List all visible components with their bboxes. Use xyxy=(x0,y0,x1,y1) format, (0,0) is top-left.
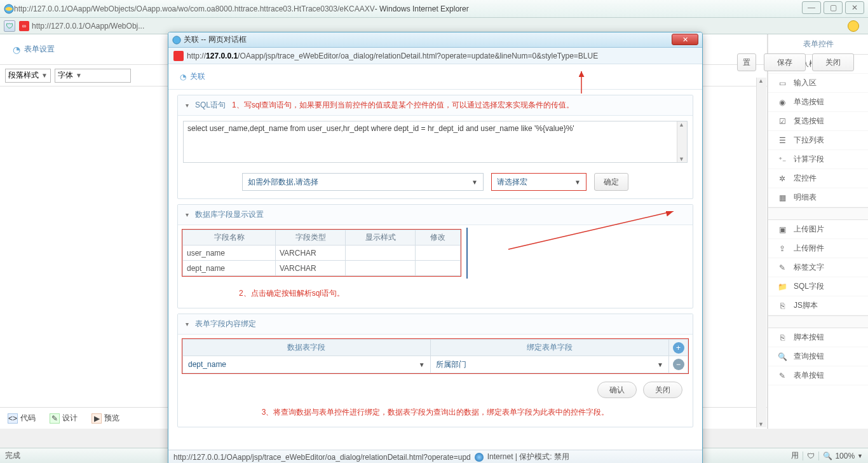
widget-item[interactable]: ⎘JS脚本 xyxy=(768,296,868,315)
db-field-panel-header[interactable]: ▾ 数据库字段显示设置 xyxy=(178,205,693,225)
window-maximize-button[interactable]: ▢ xyxy=(824,1,843,14)
widget-item[interactable]: ✎表单按钮 xyxy=(768,366,868,385)
chevron-right-icon: ◔ xyxy=(13,45,20,55)
col-modify: 修改 xyxy=(416,230,461,245)
save-button[interactable]: 保存 xyxy=(764,53,806,71)
widget-item[interactable]: ⇪上传附件 xyxy=(768,239,868,258)
col-data-field: 数据表字段 xyxy=(183,340,431,356)
widget-item[interactable]: ▦明细表 xyxy=(768,188,868,207)
widget-item[interactable]: 📁SQL字段 xyxy=(768,277,868,296)
editor-scrollbar[interactable]: ▲ ▼ xyxy=(756,78,766,427)
widget-label: JS脚本 xyxy=(794,300,818,311)
add-row-button[interactable]: + xyxy=(673,342,684,354)
smiley-icon[interactable] xyxy=(848,20,859,32)
widget-item[interactable]: ◉单选按钮 xyxy=(768,93,868,112)
widget-panel-title: 表单控件 xyxy=(768,34,868,55)
chevron-right-icon: ◔ xyxy=(180,73,186,81)
dialog-body: ◔ 关联 ▾ SQL语句 1、写sql查询语句，如果要用到当前控件的值或是某个控… xyxy=(168,64,702,450)
dialog-close-button-2[interactable]: 关闭 xyxy=(643,382,682,398)
external-data-select[interactable]: 如需外部数据,请选择▼ xyxy=(242,173,484,191)
widget-item[interactable]: ☰下拉列表 xyxy=(768,131,868,150)
table-row[interactable]: dept_nameVARCHAR xyxy=(183,261,461,276)
widget-item[interactable]: 🔍查询按钮 xyxy=(768,347,868,366)
relation-dialog: 关联 -- 网页对话框 ✕ http://127.0.0.1/OAapp/jsp… xyxy=(168,32,703,463)
dialog-title: 关联 -- 网页对话框 xyxy=(184,34,247,45)
bind-panel-header[interactable]: ▾ 表单字段内容绑定 xyxy=(178,314,693,335)
form-field-select[interactable]: 所属部门▼ xyxy=(431,356,668,373)
window-close-button[interactable]: ✕ xyxy=(845,1,864,14)
widget-label: 表单按钮 xyxy=(794,370,824,381)
widget-label: 宏控件 xyxy=(794,173,817,184)
zoom-control[interactable]: 🔍100%▼ xyxy=(823,452,863,460)
favicon-icon xyxy=(173,51,184,61)
widget-label: 输入区 xyxy=(794,78,817,88)
widget-item[interactable]: ☑复选按钮 xyxy=(768,112,868,131)
close-button[interactable]: 关闭 xyxy=(812,53,854,71)
dialog-action-row: 确认 关闭 xyxy=(178,378,693,402)
confirm-button[interactable]: 确认 xyxy=(597,382,637,398)
table-header-row: 数据表字段 绑定表单字段 + xyxy=(183,340,688,356)
paragraph-style-select[interactable]: 段落样式▼ xyxy=(5,69,51,83)
widget-item[interactable]: ✎标签文字 xyxy=(768,258,868,277)
editor-header-label: 表单设置 xyxy=(24,44,55,55)
col-form-field: 绑定表单字段 xyxy=(430,340,668,356)
widget-item[interactable]: ⎘脚本按钮 xyxy=(768,328,868,347)
triangle-down-icon: ▾ xyxy=(186,321,189,328)
widget-label: 查询按钮 xyxy=(794,351,824,362)
font-select[interactable]: 字体▼ xyxy=(55,69,131,83)
widget-label: 标签文字 xyxy=(794,262,824,273)
table-row[interactable]: user_nameVARCHAR xyxy=(183,245,461,261)
sql-scrollbar[interactable] xyxy=(677,121,687,162)
dialog-head-label: 关联 xyxy=(190,71,205,82)
widget-item[interactable]: ▭输入区 xyxy=(768,74,868,93)
widget-icon: ⎘ xyxy=(777,301,787,310)
sql-text: select user_name,dept_name from user_use… xyxy=(187,124,574,133)
macro-select[interactable]: 请选择宏▼ xyxy=(491,173,587,191)
widget-label: 复选按钮 xyxy=(794,116,824,127)
widget-label: 计算字段 xyxy=(794,154,824,165)
bind-panel-label: 表单字段内容绑定 xyxy=(195,319,256,329)
widget-icon: ☰ xyxy=(777,136,787,145)
dialog-status-url: http://127.0.0.1/OAapp/jsp/trace_eWebEdi… xyxy=(173,453,471,462)
ie-title-bar: http://127.0.0.1/OAapp/WebObjects/OAapp.… xyxy=(0,0,868,18)
preview-mode-button[interactable]: ▶预览 xyxy=(92,413,119,424)
bind-panel: ▾ 表单字段内容绑定 数据表字段 绑定表单字段 + dept_name▼ 所属部… xyxy=(177,314,693,427)
annotation-1: 1、写sql查询语句，如果要用到当前控件的值或是某个控件的值，可以通过选择宏来实… xyxy=(232,100,574,111)
widget-item[interactable]: ✲宏控件 xyxy=(768,169,868,188)
triangle-down-icon: ▾ xyxy=(186,102,189,109)
dialog-title-bar[interactable]: 关联 -- 网页对话框 ✕ xyxy=(168,32,702,48)
col-field-type: 字段类型 xyxy=(276,230,346,245)
code-mode-button[interactable]: <>代码 xyxy=(8,413,36,424)
dialog-status-zone: Internet | 保护模式: 禁用 xyxy=(487,452,569,462)
bg-unknown-button[interactable]: 置 xyxy=(737,53,756,71)
ie-title-suffix: - Windows Internet Explorer xyxy=(375,4,469,13)
ie-icon xyxy=(172,36,181,45)
widget-label: 上传附件 xyxy=(794,243,824,254)
widget-panel: 表单控件 ABC输入框▭输入区◉单选按钮☑复选按钮☰下拉列表⁺₋计算字段✲宏控件… xyxy=(768,34,868,429)
dialog-close-button[interactable]: ✕ xyxy=(672,34,698,45)
widget-item[interactable]: ▣上传图片 xyxy=(768,220,868,239)
shield-icon[interactable]: 🛡 xyxy=(4,20,15,32)
ie-status-right: 用 xyxy=(791,450,799,461)
widget-label: 下拉列表 xyxy=(794,135,824,146)
annotation-2: 2、点击确定按钮解析sql语句。 xyxy=(178,280,693,308)
widget-icon: 📁 xyxy=(777,282,787,291)
ie-icon xyxy=(4,4,14,14)
sql-ok-button[interactable]: 确定 xyxy=(594,173,628,191)
ie-url: http://127.0.0.1/OAapp/WebObjects/OAapp.… xyxy=(14,4,375,13)
favicon-icon: ∞ xyxy=(19,21,29,31)
sql-panel: ▾ SQL语句 1、写sql查询语句，如果要用到当前控件的值或是某个控件的值，可… xyxy=(177,95,693,199)
delete-row-button[interactable]: − xyxy=(673,359,684,370)
widget-label: 上传图片 xyxy=(794,224,824,235)
sql-textarea[interactable]: select user_name,dept_name from user_use… xyxy=(183,121,688,163)
tab-text[interactable]: http://127.0.0.1/OAapp/WebObj... xyxy=(32,22,144,31)
bind-table: 数据表字段 绑定表单字段 + dept_name▼ 所属部门▼ − xyxy=(182,338,689,374)
widget-icon: ◉ xyxy=(777,98,787,107)
window-minimize-button[interactable]: ― xyxy=(802,1,821,14)
widget-icon: ☑ xyxy=(777,117,787,126)
widget-icon: ⇪ xyxy=(777,244,787,253)
design-mode-button[interactable]: ✎设计 xyxy=(50,413,78,424)
data-field-select[interactable]: dept_name▼ xyxy=(183,356,430,373)
widget-item[interactable]: ⁺₋计算字段 xyxy=(768,150,868,169)
sql-panel-header[interactable]: ▾ SQL语句 1、写sql查询语句，如果要用到当前控件的值或是某个控件的值，可… xyxy=(178,95,693,116)
